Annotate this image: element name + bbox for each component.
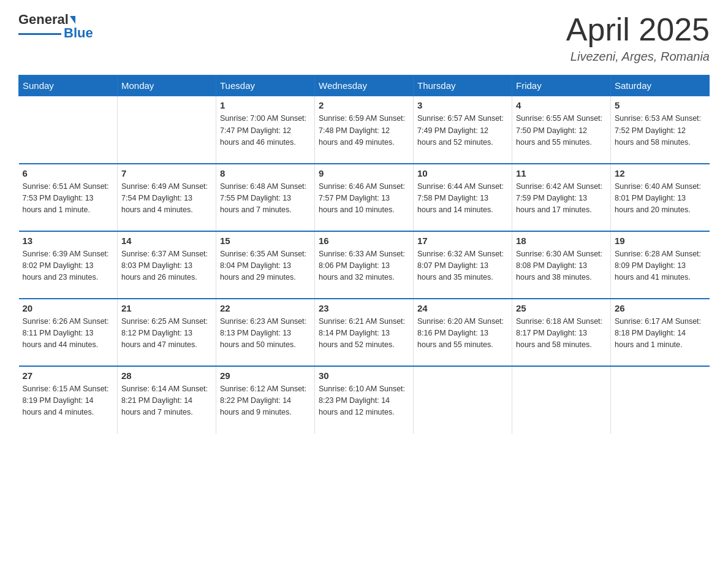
day-number: 9 [319, 168, 409, 178]
day-info: Sunrise: 6:51 AM Sunset: 7:53 PM Dayligh… [23, 181, 114, 216]
day-info: Sunrise: 6:25 AM Sunset: 8:12 PM Dayligh… [121, 316, 212, 351]
day-number: 26 [615, 303, 706, 313]
calendar-cell: 13Sunrise: 6:39 AM Sunset: 8:02 PM Dayli… [19, 231, 118, 299]
day-info: Sunrise: 6:21 AM Sunset: 8:14 PM Dayligh… [319, 316, 409, 351]
day-info: Sunrise: 6:40 AM Sunset: 8:01 PM Dayligh… [615, 181, 706, 216]
day-info: Sunrise: 6:35 AM Sunset: 8:04 PM Dayligh… [220, 248, 311, 284]
day-number: 7 [121, 168, 212, 178]
day-info: Sunrise: 7:00 AM Sunset: 7:47 PM Dayligh… [220, 113, 311, 148]
day-info: Sunrise: 6:57 AM Sunset: 7:49 PM Dayligh… [417, 113, 508, 148]
day-number: 15 [220, 236, 311, 246]
day-info: Sunrise: 6:17 AM Sunset: 8:18 PM Dayligh… [615, 316, 706, 351]
calendar-cell: 27Sunrise: 6:15 AM Sunset: 8:19 PM Dayli… [19, 366, 118, 434]
day-number: 28 [121, 370, 212, 381]
logo: General Blue [18, 12, 93, 40]
calendar-cell: 24Sunrise: 6:20 AM Sunset: 8:16 PM Dayli… [414, 299, 512, 366]
column-header-sunday: Sunday [19, 75, 118, 96]
page-header: General Blue April 2025 Livezeni, Arges,… [18, 12, 710, 64]
day-info: Sunrise: 6:44 AM Sunset: 7:58 PM Dayligh… [417, 181, 508, 216]
day-info: Sunrise: 6:10 AM Sunset: 8:23 PM Dayligh… [319, 383, 409, 419]
calendar-cell: 28Sunrise: 6:14 AM Sunset: 8:21 PM Dayli… [118, 366, 216, 434]
column-header-thursday: Thursday [414, 75, 512, 96]
calendar-week-row: 6Sunrise: 6:51 AM Sunset: 7:53 PM Daylig… [19, 164, 710, 231]
logo-triangle-icon [70, 16, 75, 24]
calendar-cell: 4Sunrise: 6:55 AM Sunset: 7:50 PM Daylig… [512, 96, 611, 164]
calendar-cell: 17Sunrise: 6:32 AM Sunset: 8:07 PM Dayli… [414, 231, 512, 299]
column-header-tuesday: Tuesday [216, 75, 315, 96]
calendar-cell: 12Sunrise: 6:40 AM Sunset: 8:01 PM Dayli… [611, 164, 710, 231]
calendar-cell: 11Sunrise: 6:42 AM Sunset: 7:59 PM Dayli… [512, 164, 611, 231]
day-info: Sunrise: 6:42 AM Sunset: 7:59 PM Dayligh… [516, 181, 607, 216]
day-number: 29 [220, 370, 311, 381]
calendar-cell: 18Sunrise: 6:30 AM Sunset: 8:08 PM Dayli… [512, 231, 611, 299]
calendar-cell: 3Sunrise: 6:57 AM Sunset: 7:49 PM Daylig… [414, 96, 512, 164]
day-info: Sunrise: 6:48 AM Sunset: 7:55 PM Dayligh… [220, 181, 311, 216]
column-header-wednesday: Wednesday [315, 75, 414, 96]
day-info: Sunrise: 6:46 AM Sunset: 7:57 PM Dayligh… [319, 181, 409, 216]
day-info: Sunrise: 6:23 AM Sunset: 8:13 PM Dayligh… [220, 316, 311, 351]
calendar-cell: 20Sunrise: 6:26 AM Sunset: 8:11 PM Dayli… [19, 299, 118, 366]
day-number: 8 [220, 168, 311, 178]
calendar-header-row: SundayMondayTuesdayWednesdayThursdayFrid… [19, 75, 710, 96]
calendar-week-row: 20Sunrise: 6:26 AM Sunset: 8:11 PM Dayli… [19, 299, 710, 366]
day-number: 20 [23, 303, 114, 313]
day-info: Sunrise: 6:37 AM Sunset: 8:03 PM Dayligh… [121, 248, 212, 284]
page-title: April 2025 [566, 12, 710, 47]
calendar-cell [512, 366, 611, 434]
calendar-cell: 7Sunrise: 6:49 AM Sunset: 7:54 PM Daylig… [118, 164, 216, 231]
calendar-cell: 29Sunrise: 6:12 AM Sunset: 8:22 PM Dayli… [216, 366, 315, 434]
day-number: 5 [615, 100, 706, 110]
day-number: 2 [319, 100, 409, 110]
day-info: Sunrise: 6:20 AM Sunset: 8:16 PM Dayligh… [417, 316, 508, 351]
calendar-cell: 1Sunrise: 7:00 AM Sunset: 7:47 PM Daylig… [216, 96, 315, 164]
calendar-cell: 2Sunrise: 6:59 AM Sunset: 7:48 PM Daylig… [315, 96, 414, 164]
calendar-cell: 6Sunrise: 6:51 AM Sunset: 7:53 PM Daylig… [19, 164, 118, 231]
day-info: Sunrise: 6:32 AM Sunset: 8:07 PM Dayligh… [417, 248, 508, 284]
day-info: Sunrise: 6:18 AM Sunset: 8:17 PM Dayligh… [516, 316, 607, 351]
calendar-cell: 25Sunrise: 6:18 AM Sunset: 8:17 PM Dayli… [512, 299, 611, 366]
day-number: 4 [516, 100, 607, 110]
calendar-week-row: 1Sunrise: 7:00 AM Sunset: 7:47 PM Daylig… [19, 96, 710, 164]
logo-text-blue: Blue [64, 26, 93, 40]
calendar-cell: 21Sunrise: 6:25 AM Sunset: 8:12 PM Dayli… [118, 299, 216, 366]
day-number: 30 [319, 370, 409, 381]
day-info: Sunrise: 6:26 AM Sunset: 8:11 PM Dayligh… [23, 316, 114, 351]
calendar-week-row: 13Sunrise: 6:39 AM Sunset: 8:02 PM Dayli… [19, 231, 710, 299]
day-info: Sunrise: 6:49 AM Sunset: 7:54 PM Dayligh… [121, 181, 212, 216]
day-number: 21 [121, 303, 212, 313]
calendar-cell [118, 96, 216, 164]
day-info: Sunrise: 6:55 AM Sunset: 7:50 PM Dayligh… [516, 113, 607, 148]
day-number: 6 [23, 168, 114, 178]
calendar-cell: 9Sunrise: 6:46 AM Sunset: 7:57 PM Daylig… [315, 164, 414, 231]
calendar-cell [19, 96, 118, 164]
calendar-table: SundayMondayTuesdayWednesdayThursdayFrid… [18, 75, 710, 434]
calendar-cell [611, 366, 710, 434]
calendar-cell: 8Sunrise: 6:48 AM Sunset: 7:55 PM Daylig… [216, 164, 315, 231]
calendar-cell: 22Sunrise: 6:23 AM Sunset: 8:13 PM Dayli… [216, 299, 315, 366]
day-number: 16 [319, 236, 409, 246]
calendar-cell [414, 366, 512, 434]
column-header-friday: Friday [512, 75, 611, 96]
day-number: 24 [417, 303, 508, 313]
calendar-cell: 5Sunrise: 6:53 AM Sunset: 7:52 PM Daylig… [611, 96, 710, 164]
calendar-cell: 26Sunrise: 6:17 AM Sunset: 8:18 PM Dayli… [611, 299, 710, 366]
title-block: April 2025 Livezeni, Arges, Romania [566, 12, 710, 64]
calendar-cell: 23Sunrise: 6:21 AM Sunset: 8:14 PM Dayli… [315, 299, 414, 366]
day-number: 18 [516, 236, 607, 246]
day-info: Sunrise: 6:28 AM Sunset: 8:09 PM Dayligh… [615, 248, 706, 284]
day-number: 22 [220, 303, 311, 313]
day-number: 25 [516, 303, 607, 313]
day-number: 19 [615, 236, 706, 246]
day-info: Sunrise: 6:15 AM Sunset: 8:19 PM Dayligh… [23, 383, 114, 419]
day-info: Sunrise: 6:59 AM Sunset: 7:48 PM Dayligh… [319, 113, 409, 148]
day-number: 27 [23, 370, 114, 381]
calendar-cell: 16Sunrise: 6:33 AM Sunset: 8:06 PM Dayli… [315, 231, 414, 299]
calendar-cell: 15Sunrise: 6:35 AM Sunset: 8:04 PM Dayli… [216, 231, 315, 299]
calendar-week-row: 27Sunrise: 6:15 AM Sunset: 8:19 PM Dayli… [19, 366, 710, 434]
day-info: Sunrise: 6:12 AM Sunset: 8:22 PM Dayligh… [220, 383, 311, 419]
day-number: 1 [220, 100, 311, 110]
column-header-saturday: Saturday [611, 75, 710, 96]
day-info: Sunrise: 6:33 AM Sunset: 8:06 PM Dayligh… [319, 248, 409, 284]
day-number: 3 [417, 100, 508, 110]
calendar-cell: 10Sunrise: 6:44 AM Sunset: 7:58 PM Dayli… [414, 164, 512, 231]
